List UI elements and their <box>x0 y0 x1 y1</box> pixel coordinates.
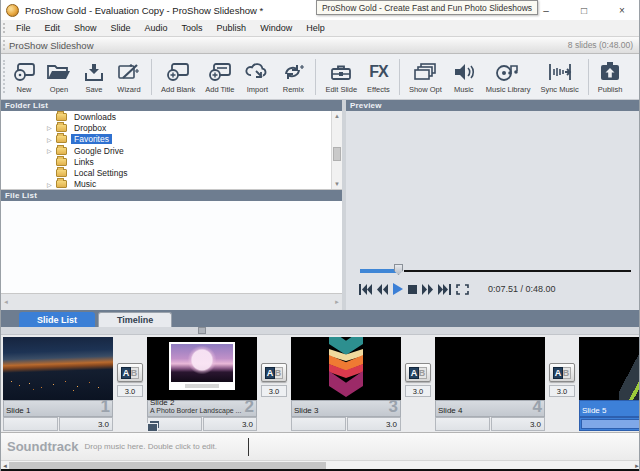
toolbar-separator <box>315 59 316 95</box>
slide-number: 4 <box>533 397 542 417</box>
scroll-up-icon[interactable]: ▲ <box>332 111 342 121</box>
slide5-thumbnail[interactable] <box>579 337 640 400</box>
expand-arrow-icon[interactable]: ▷ <box>47 124 56 131</box>
scrollbar-thumb[interactable] <box>333 147 341 161</box>
music-button[interactable]: Music <box>447 58 481 95</box>
slide-cell-3[interactable]: Slide 3 3 3.0 <box>291 337 401 431</box>
scroll-left-icon[interactable]: ◄ <box>3 299 9 305</box>
stop-button[interactable] <box>408 284 417 295</box>
file-list-area[interactable] <box>1 201 342 294</box>
layers-icon <box>150 421 159 428</box>
folder-item-google-drive[interactable]: ▷ Google Drive <box>1 145 342 156</box>
toolbar-separator <box>588 59 589 95</box>
menu-edit[interactable]: Edit <box>38 23 68 33</box>
slide2-thumbnail[interactable] <box>147 337 257 400</box>
folder-item-links[interactable]: Links <box>1 156 342 167</box>
slide-duration[interactable]: 3.0 <box>347 417 401 431</box>
transition-button-2[interactable]: A B <box>261 363 287 382</box>
browser-panel: Folder List Downloads ▷ Dropbox ▷ Favori… <box>1 100 342 310</box>
import-cloud-icon <box>244 60 270 84</box>
publish-button[interactable]: Publish <box>593 58 628 95</box>
toolbar-separator <box>151 59 152 95</box>
wizard-button[interactable]: Wizard <box>111 58 147 95</box>
scroll-down-icon[interactable]: ▼ <box>332 179 342 189</box>
folder-item-downloads[interactable]: Downloads <box>1 111 342 122</box>
menu-tools[interactable]: Tools <box>175 23 210 33</box>
slide-duration[interactable]: 3.0 <box>203 417 257 431</box>
slide-options-cell[interactable] <box>435 417 490 431</box>
edit-slide-button[interactable]: Edit Slide <box>320 58 362 95</box>
menu-window[interactable]: Window <box>253 23 299 33</box>
file-list-hscroll[interactable]: ◄ ► <box>1 294 342 310</box>
menu-audio[interactable]: Audio <box>138 23 175 33</box>
expand-arrow-icon[interactable]: ▷ <box>47 147 56 154</box>
scrub-track[interactable] <box>404 270 631 272</box>
menu-help[interactable]: Help <box>299 23 332 33</box>
skip-end-button[interactable] <box>438 284 451 295</box>
close-button[interactable]: × <box>603 0 640 20</box>
open-folder-icon <box>46 60 72 84</box>
slide-options-cell[interactable] <box>291 417 346 431</box>
maximize-button[interactable]: □ <box>565 0 603 20</box>
skip-start-button[interactable] <box>359 284 372 295</box>
folder-item-music[interactable]: ▷ Music <box>1 179 342 190</box>
expand-arrow-icon[interactable]: ▷ <box>47 181 56 188</box>
open-show-button[interactable]: Open <box>41 58 77 95</box>
menu-show[interactable]: Show <box>67 23 104 33</box>
add-blank-button[interactable]: Add Blank <box>156 58 200 95</box>
slide-cell-2[interactable]: Slide 2 A Photo Border Landscape ... 2 3… <box>147 337 257 431</box>
scroll-right-icon[interactable]: ► <box>334 299 340 305</box>
effects-button[interactable]: FX Effects <box>362 58 395 95</box>
slide-number: 1 <box>101 397 110 417</box>
transition-duration-4[interactable]: 3.0 <box>549 385 575 397</box>
remix-button[interactable]: Remix <box>275 58 311 95</box>
save-show-button[interactable]: Save <box>77 58 111 95</box>
strip-slider-track[interactable] <box>1 327 640 335</box>
sync-music-button[interactable]: Sync Music <box>535 58 583 95</box>
show-options-button[interactable]: Show Opt <box>404 58 447 95</box>
new-show-button[interactable]: New <box>7 58 41 95</box>
slide-duration[interactable]: 3.0 <box>59 417 113 431</box>
transition-duration-2[interactable]: 3.0 <box>261 385 287 397</box>
menu-slide[interactable]: Slide <box>104 23 138 33</box>
soundtrack-bar[interactable]: Soundtrack Drop music here. Double click… <box>1 432 640 460</box>
slide-duration[interactable]: 3.0 <box>491 417 545 431</box>
menu-publish[interactable]: Publish <box>210 23 254 33</box>
transition-duration-1[interactable]: 3.0 <box>117 385 143 397</box>
tab-timeline[interactable]: Timeline <box>98 312 172 327</box>
import-button[interactable]: Import <box>239 58 275 95</box>
slide-cell-5-selected[interactable]: Slide 5 5 <box>579 337 640 431</box>
folder-item-local-settings[interactable]: Local Settings <box>1 167 342 178</box>
slide2-photo-caption <box>175 384 229 388</box>
transition-duration-3[interactable]: 3.0 <box>405 385 431 397</box>
folder-scrollbar[interactable]: ▲ ▼ <box>331 111 342 189</box>
strip-slider-handle[interactable] <box>198 327 206 334</box>
slide-number: 2 <box>245 397 254 417</box>
rewind-button[interactable] <box>377 284 388 295</box>
slide-options-cell[interactable] <box>147 417 202 431</box>
scrollbar-thumb[interactable] <box>9 462 326 469</box>
slide-cell-4[interactable]: Slide 4 4 3.0 <box>435 337 545 431</box>
transition-button-1[interactable]: A B <box>117 363 143 382</box>
folder-item-favorites[interactable]: ▷ Favorites <box>1 134 342 145</box>
slide-options-cell[interactable] <box>3 417 58 431</box>
folder-icon <box>56 113 67 121</box>
slide1-thumbnail[interactable] <box>3 337 113 400</box>
slide-cell-1[interactable]: Slide 1 1 3.0 <box>3 337 113 431</box>
add-title-button[interactable]: Add Title <box>200 58 239 95</box>
scrub-handle[interactable] <box>394 264 403 275</box>
music-library-button[interactable]: Music Library <box>481 58 536 95</box>
slide3-thumbnail[interactable] <box>291 337 401 400</box>
folder-item-dropbox[interactable]: ▷ Dropbox <box>1 122 342 133</box>
slide-duration[interactable] <box>581 419 640 429</box>
fast-forward-button[interactable] <box>422 284 433 295</box>
expand-arrow-icon[interactable]: ▷ <box>47 136 56 143</box>
transition-button-3[interactable]: A B <box>405 363 431 382</box>
tab-slide-list[interactable]: Slide List <box>19 312 95 327</box>
fullscreen-button[interactable] <box>456 284 469 295</box>
horizontal-scrollbar[interactable]: ◄ ► <box>1 460 640 469</box>
play-button[interactable] <box>393 283 403 295</box>
menu-file[interactable]: File <box>9 23 38 33</box>
slide4-thumbnail[interactable] <box>435 337 545 400</box>
transition-button-4[interactable]: A B <box>549 363 575 382</box>
